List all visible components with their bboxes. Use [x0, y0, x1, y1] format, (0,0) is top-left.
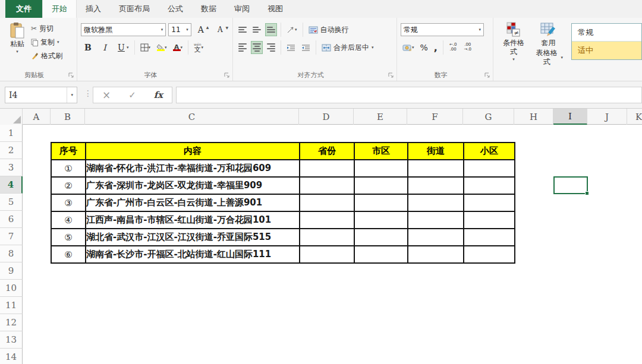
cell-r8c2[interactable] — [300, 246, 354, 263]
comma-style-button[interactable]: , — [432, 41, 439, 54]
cell-r8c5[interactable] — [464, 246, 515, 263]
cell-r4c3[interactable] — [354, 177, 408, 194]
middle-align-button[interactable] — [251, 23, 263, 36]
row-header-5[interactable]: 5 — [0, 194, 23, 211]
font-size-combo[interactable]: 11 ▾ — [168, 23, 191, 36]
cell-r5c1[interactable]: 广东省-广州市-白云区-白云街道-上善源901 — [86, 194, 300, 211]
column-header-A[interactable]: A — [23, 109, 51, 125]
borders-button[interactable]: ▾ — [139, 41, 153, 54]
cell-r6c5[interactable] — [464, 211, 515, 229]
tab-6[interactable]: 视图 — [259, 0, 292, 18]
row-header-1[interactable]: 1 — [0, 125, 23, 142]
enter-button[interactable]: ✓ — [128, 90, 136, 100]
cell-r3c2[interactable] — [300, 160, 354, 177]
format-as-table-button[interactable]: 套用 表格格式 ▾ — [530, 21, 567, 70]
tab-5[interactable]: 审阅 — [225, 0, 259, 18]
tab-3[interactable]: 公式 — [159, 0, 192, 18]
column-header-K[interactable]: K — [627, 109, 642, 125]
increase-indent-button[interactable] — [300, 41, 312, 54]
tab-1[interactable]: 插入 — [77, 0, 110, 18]
formula-bar-grip[interactable]: ⋮ — [84, 88, 92, 98]
table-header-cell-5[interactable]: 小区 — [464, 143, 515, 160]
phonetic-guide-button[interactable]: wén 文 ▾ — [192, 41, 205, 54]
cell-r8c3[interactable] — [354, 246, 408, 263]
row-header-13[interactable]: 13 — [0, 331, 23, 349]
table-header-cell-3[interactable]: 市区 — [354, 143, 408, 160]
cell-r3c4[interactable] — [408, 160, 464, 177]
column-header-E[interactable]: E — [354, 109, 407, 125]
percent-style-button[interactable]: % — [418, 41, 430, 54]
row-header-12[interactable]: 12 — [0, 314, 23, 331]
column-header-B[interactable]: B — [51, 109, 85, 125]
cell-r7c4[interactable] — [408, 229, 464, 246]
underline-button[interactable]: U▾ — [114, 41, 131, 54]
tab-file[interactable]: 文件 — [5, 0, 42, 18]
cell-r4c1[interactable]: 广东省-深圳市-龙岗区-双龙街道-幸福里909 — [86, 177, 300, 194]
font-dialog-launcher-icon[interactable] — [224, 72, 230, 78]
cell-r7c2[interactable] — [300, 229, 354, 246]
cell-r5c4[interactable] — [408, 194, 464, 211]
cell-r6c0[interactable]: ④ — [51, 211, 86, 229]
table-header-cell-2[interactable]: 省份 — [300, 143, 354, 160]
cell-r4c0[interactable]: ② — [51, 177, 86, 194]
cell-r3c0[interactable]: ① — [51, 160, 86, 177]
format-painter-button[interactable]: 格式刷 — [31, 50, 62, 62]
cell-r3c1[interactable]: 湖南省-怀化市-洪江市-幸福街道-万和花园609 — [86, 160, 300, 177]
copy-dropdown-arrow[interactable]: ▾ — [57, 40, 59, 45]
column-header-F[interactable]: F — [407, 109, 463, 125]
row-header-9[interactable]: 9 — [0, 262, 23, 280]
number-format-combo[interactable]: 常规 ▾ — [401, 23, 484, 36]
alignment-dialog-launcher-icon[interactable] — [388, 72, 394, 78]
clipboard-dialog-launcher-icon[interactable] — [68, 72, 74, 78]
cell-r7c5[interactable] — [464, 229, 515, 246]
paste-button[interactable]: 粘贴 ▾ — [4, 21, 31, 62]
italic-button[interactable]: I — [97, 41, 112, 54]
cell-style-neutral[interactable]: 适中 — [572, 42, 641, 59]
row-header-7[interactable]: 7 — [0, 228, 23, 245]
bold-button[interactable]: B — [81, 41, 95, 54]
accounting-format-button[interactable]: ▾ — [401, 41, 416, 54]
name-box-dropdown-arrow[interactable]: ▾ — [71, 93, 73, 97]
table-header-cell-0[interactable]: 序号 — [51, 143, 86, 160]
row-header-11[interactable]: 11 — [0, 297, 23, 314]
cell-r8c1[interactable]: 湖南省-长沙市-开福区-北站街道-红山国际111 — [86, 246, 300, 263]
row-header-14[interactable]: 14 — [0, 349, 23, 364]
align-right-button[interactable] — [265, 41, 277, 54]
tab-0[interactable]: 开始 — [42, 0, 77, 18]
cell-r3c3[interactable] — [354, 160, 408, 177]
row-header-3[interactable]: 3 — [0, 159, 23, 176]
cell-r3c5[interactable] — [464, 160, 515, 177]
grow-font-button[interactable]: A▲ — [194, 23, 211, 36]
cell-style-normal[interactable]: 常规 — [572, 24, 641, 42]
column-header-I[interactable]: I — [553, 109, 587, 125]
shrink-font-button[interactable]: A▼ — [213, 23, 230, 36]
cell-r7c1[interactable]: 湖北省-武汉市-江汉区-江汉街道-乔亚国际515 — [86, 229, 300, 246]
align-left-button[interactable] — [237, 41, 248, 54]
selected-cell-I4[interactable] — [553, 176, 588, 194]
decrease-indent-button[interactable] — [285, 41, 297, 54]
select-all-corner[interactable] — [0, 109, 23, 125]
cell-r7c3[interactable] — [354, 229, 408, 246]
insert-function-button[interactable]: fx — [154, 90, 163, 100]
column-header-D[interactable]: D — [299, 109, 354, 125]
cell-r4c5[interactable] — [464, 177, 515, 194]
cell-r4c2[interactable] — [300, 177, 354, 194]
merge-center-button[interactable]: 合并后居中 ▾ — [320, 41, 376, 54]
name-box[interactable]: I4 ▾ — [5, 87, 77, 103]
font-name-combo[interactable]: 微软雅黑 ▾ — [81, 23, 166, 36]
cancel-button[interactable]: × — [102, 89, 111, 101]
row-header-2[interactable]: 2 — [0, 142, 23, 159]
cell-r5c2[interactable] — [300, 194, 354, 211]
tab-2[interactable]: 页面布局 — [110, 0, 159, 18]
row-header-10[interactable]: 10 — [0, 280, 23, 297]
column-header-H[interactable]: H — [514, 109, 553, 125]
cell-r6c4[interactable] — [408, 211, 464, 229]
cell-r8c0[interactable]: ⑥ — [51, 246, 86, 263]
font-color-button[interactable]: A ▾ — [171, 41, 185, 54]
column-header-G[interactable]: G — [463, 109, 514, 125]
table-header-cell-1[interactable]: 内容 — [86, 143, 300, 160]
cell-r4c4[interactable] — [408, 177, 464, 194]
row-header-4[interactable]: 4 — [0, 176, 23, 194]
number-dialog-launcher-icon[interactable] — [484, 72, 490, 78]
increase-decimal-button[interactable]: ←.0.00 — [447, 41, 460, 54]
